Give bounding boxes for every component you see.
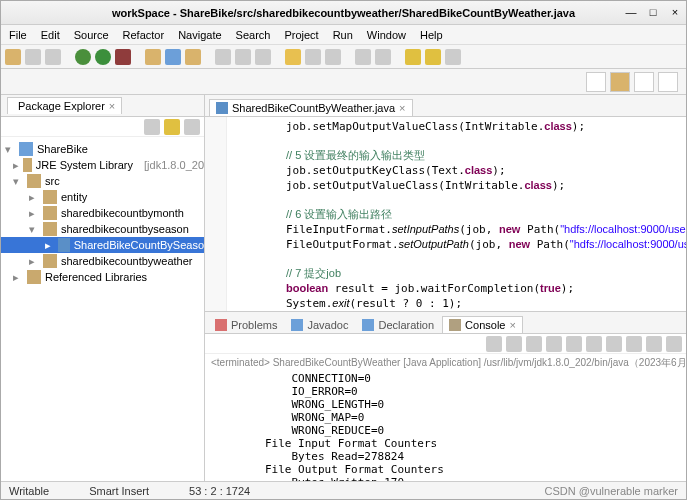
debug-icon[interactable]: [75, 49, 91, 65]
scroll-lock-icon[interactable]: [566, 336, 582, 352]
menu-source[interactable]: Source: [74, 29, 109, 41]
menu-edit[interactable]: Edit: [41, 29, 60, 41]
perspective-bar: [1, 69, 686, 95]
save-all-icon[interactable]: [45, 49, 61, 65]
display-selected-icon[interactable]: [606, 336, 622, 352]
toggle-mark-icon[interactable]: [285, 49, 301, 65]
javadoc-icon: [291, 319, 303, 331]
clear-console-icon[interactable]: [546, 336, 562, 352]
declaration-tab[interactable]: Declaration: [356, 317, 440, 333]
menu-refactor[interactable]: Refactor: [123, 29, 165, 41]
menu-help[interactable]: Help: [420, 29, 443, 41]
main-toolbar: [1, 45, 686, 69]
tree-jre[interactable]: ▸JRE System Library [jdk1.8.0_20: [1, 157, 204, 173]
console-icon: [449, 319, 461, 331]
open-perspective-icon[interactable]: [586, 72, 606, 92]
terminate-icon[interactable]: [486, 336, 502, 352]
new-class-icon[interactable]: [165, 49, 181, 65]
next-annotation-icon[interactable]: [355, 49, 371, 65]
pin-icon[interactable]: [445, 49, 461, 65]
watermark: CSDN @vulnerable marker: [545, 485, 678, 497]
close-icon[interactable]: ×: [509, 319, 515, 331]
tree-project[interactable]: ▾ShareBike: [1, 141, 204, 157]
console-panel: Problems Javadoc Declaration Console× <t…: [205, 311, 686, 481]
menu-file[interactable]: File: [9, 29, 27, 41]
menu-project[interactable]: Project: [284, 29, 318, 41]
package-explorer-tab[interactable]: Package Explorer ×: [7, 97, 122, 114]
status-bar: Writable Smart Insert 53 : 2 : 1724 CSDN…: [1, 481, 686, 499]
show-whitespace-icon[interactable]: [325, 49, 341, 65]
save-icon[interactable]: [25, 49, 41, 65]
coverage-icon[interactable]: [115, 49, 131, 65]
tree-pkg-month[interactable]: ▸sharedbikecountbymonth: [1, 205, 204, 221]
status-insert: Smart Insert: [89, 485, 149, 497]
window-titlebar: workSpace - ShareBike/src/sharedbikecoun…: [1, 1, 686, 25]
status-position: 53 : 2 : 1724: [189, 485, 250, 497]
debug-perspective-icon[interactable]: [634, 72, 654, 92]
run-icon[interactable]: [95, 49, 111, 65]
library-icon: [27, 270, 41, 284]
java-file-icon: [58, 238, 70, 252]
console-output[interactable]: CONNECTION=0 IO_ERROR=0 WRONG_LENGTH=0 W…: [205, 372, 686, 481]
search-icon[interactable]: [215, 49, 231, 65]
forward-icon[interactable]: [425, 49, 441, 65]
block-select-icon[interactable]: [305, 49, 321, 65]
code-editor[interactable]: job.setMapOutputValueClass(IntWritable.c…: [205, 117, 686, 311]
remove-all-icon[interactable]: [526, 336, 542, 352]
open-console-icon[interactable]: [626, 336, 642, 352]
prev-annotation-icon[interactable]: [375, 49, 391, 65]
javadoc-tab[interactable]: Javadoc: [285, 317, 354, 333]
pin-console-icon[interactable]: [586, 336, 602, 352]
collapse-all-icon[interactable]: [144, 119, 160, 135]
remove-launch-icon[interactable]: [506, 336, 522, 352]
package-icon: [43, 190, 57, 204]
package-icon: [43, 222, 57, 236]
project-icon: [19, 142, 33, 156]
source-folder-icon: [27, 174, 41, 188]
tree-src[interactable]: ▾src: [1, 173, 204, 189]
tree-referenced[interactable]: ▸Referenced Libraries: [1, 269, 204, 285]
declaration-icon: [362, 319, 374, 331]
close-icon[interactable]: ×: [109, 100, 115, 112]
link-editor-icon[interactable]: [164, 119, 180, 135]
menu-search[interactable]: Search: [236, 29, 271, 41]
editor-tab-label: SharedBikeCountByWeather.java: [232, 102, 395, 114]
problems-icon: [215, 319, 227, 331]
menu-window[interactable]: Window: [367, 29, 406, 41]
library-icon: [23, 158, 32, 172]
window-title: workSpace - ShareBike/src/sharedbikecoun…: [112, 7, 575, 19]
new-icon[interactable]: [5, 49, 21, 65]
console-header: <terminated> SharedBikeCountByWeather [J…: [205, 354, 686, 372]
editor-tab[interactable]: SharedBikeCountByWeather.java ×: [209, 99, 413, 116]
package-icon: [43, 254, 57, 268]
new-package-icon[interactable]: [145, 49, 161, 65]
menubar: File Edit Source Refactor Navigate Searc…: [1, 25, 686, 45]
tree-pkg-season[interactable]: ▾sharedbikecountbyseason: [1, 221, 204, 237]
package-explorer-view: Package Explorer × ▾ShareBike ▸JRE Syste…: [1, 95, 205, 481]
max-icon[interactable]: [666, 336, 682, 352]
java-file-icon: [216, 102, 228, 114]
problems-tab[interactable]: Problems: [209, 317, 283, 333]
status-writable: Writable: [9, 485, 49, 497]
view-menu-icon[interactable]: [184, 119, 200, 135]
tree-file-season[interactable]: ▸SharedBikeCountBySeaso: [1, 237, 204, 253]
window-max-button[interactable]: □: [646, 6, 660, 20]
back-icon[interactable]: [405, 49, 421, 65]
package-icon: [43, 206, 57, 220]
menu-navigate[interactable]: Navigate: [178, 29, 221, 41]
close-icon[interactable]: ×: [399, 102, 405, 114]
console-tab[interactable]: Console×: [442, 316, 523, 333]
package-explorer-label: Package Explorer: [18, 100, 105, 112]
editor-tabs: SharedBikeCountByWeather.java ×: [205, 95, 686, 117]
annotation-icon[interactable]: [235, 49, 251, 65]
task-icon[interactable]: [255, 49, 271, 65]
tree-pkg-entity[interactable]: ▸entity: [1, 189, 204, 205]
window-min-button[interactable]: —: [624, 6, 638, 20]
tree-pkg-weather[interactable]: ▸sharedbikecountbyweather: [1, 253, 204, 269]
java-perspective-icon[interactable]: [610, 72, 630, 92]
menu-run[interactable]: Run: [333, 29, 353, 41]
open-type-icon[interactable]: [185, 49, 201, 65]
resource-perspective-icon[interactable]: [658, 72, 678, 92]
min-icon[interactable]: [646, 336, 662, 352]
window-close-button[interactable]: ×: [668, 6, 682, 20]
